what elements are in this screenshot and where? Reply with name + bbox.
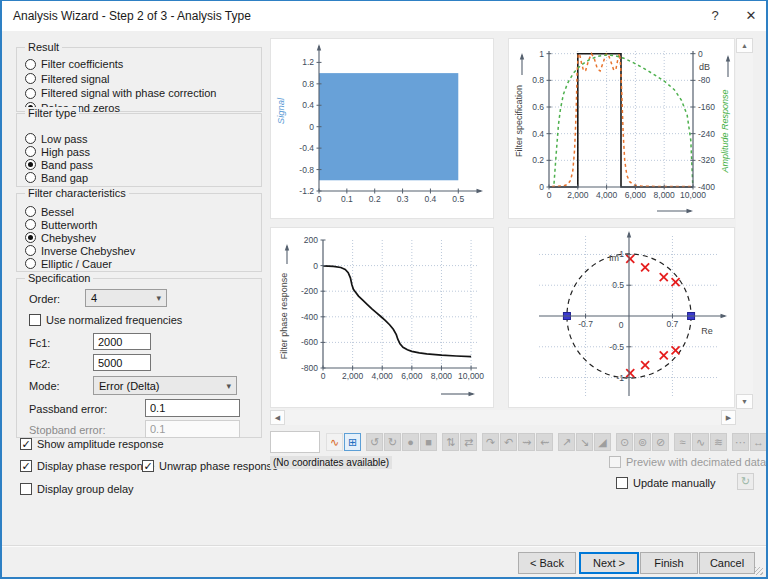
radio-label: Chebyshev (41, 232, 96, 244)
toolbar-input-box[interactable] (270, 431, 320, 453)
vertical-scrollbar[interactable]: ▲ ▼ (736, 38, 753, 409)
scroll-right-button[interactable]: ▶ (721, 410, 736, 425)
svg-text:0.8: 0.8 (532, 75, 544, 85)
fc1-input[interactable] (93, 333, 151, 350)
radio-band-gap[interactable]: Band gap (17, 171, 261, 184)
track-point-icon: ↘ (576, 433, 593, 451)
scroll-left-button[interactable]: ◀ (270, 410, 285, 425)
stopband-error-input (145, 420, 240, 438)
specification-group-label: Specification (25, 272, 93, 284)
radio-filtered-signal[interactable]: Filtered signal (17, 72, 261, 87)
svg-text:-1: -1 (616, 373, 624, 383)
radio-band-pass[interactable]: Band pass (17, 158, 261, 171)
display-phase-response-checkbox[interactable]: ✓ Display phase response (20, 460, 154, 472)
toolbar-group: ↗↘◢ (558, 433, 612, 451)
svg-text:-400: -400 (698, 182, 715, 192)
svg-text:Signal: Signal (275, 97, 286, 124)
svg-text:10,000: 10,000 (458, 371, 484, 381)
svg-text:0: 0 (317, 194, 322, 204)
phase-plot-panel: 02,0004,0006,0008,00010,0002000-200-400-… (270, 227, 494, 408)
fit-view-icon[interactable]: ⊞ (344, 433, 361, 451)
checkbox-label: Update manually (633, 477, 716, 489)
back-button[interactable]: < Back (518, 552, 576, 574)
svg-text:0.4: 0.4 (425, 194, 437, 204)
unwrap-phase-response-checkbox[interactable]: ✓ Unwrap phase response (142, 460, 278, 472)
fc2-input[interactable] (93, 354, 151, 371)
radio-filter-coefficients[interactable]: Filter coefficients (17, 57, 261, 72)
use-normalized-frequencies-checkbox[interactable]: Use normalized frequencies (29, 314, 182, 326)
fc2-label: Fc2: (29, 358, 50, 370)
show-amplitude-response-checkbox[interactable]: ✓ Show amplitude response (20, 438, 164, 450)
stopband-error-label: Stopband error: (29, 424, 105, 436)
svg-text:1: 1 (619, 249, 624, 259)
radio-high-pass[interactable]: High pass (17, 145, 261, 158)
radio-elliptic-cauer[interactable]: Elliptic / Cauer (17, 257, 261, 270)
plot-toolbar: ∿⊞↺↻●■⇅⇄↷↶⇝⇜↗↘◢⊙⊚⊘≈∿≋⋯↔→ (270, 430, 768, 453)
svg-text:0.7: 0.7 (667, 319, 679, 329)
curve-shift-up-icon: ↷ (482, 433, 499, 451)
zoom-out-icon: ⊘ (652, 433, 669, 451)
points-y-icon: ≋ (710, 433, 727, 451)
radio-butterworth[interactable]: Butterworth (17, 218, 261, 231)
checkbox-label: Show amplitude response (37, 438, 164, 450)
close-button[interactable]: ✕ (738, 4, 764, 28)
signal-plot: 00.10.20.30.40.51.20.80.40-0.4-0.8-1.2Si… (271, 39, 493, 218)
checkbox-label: Display phase response (37, 460, 154, 472)
coordinates-status: (No coordinates available) (270, 456, 392, 469)
svg-text:0: 0 (619, 320, 624, 330)
svg-text:-200: -200 (301, 286, 318, 296)
pole-zero-plot-panel: -0.70.710.5-0.5-1ImRe0 (508, 227, 735, 408)
filter-type-group-label: Filter type (25, 107, 79, 119)
zoom-in-icon: ⊚ (634, 433, 651, 451)
chevron-down-icon: ▾ (156, 293, 161, 303)
svg-text:-0.4: -0.4 (299, 143, 314, 153)
radio-filtered-signal-with-phase-correction[interactable]: Filtered signal with phase correction (17, 86, 261, 101)
cancel-button[interactable]: Cancel (699, 552, 755, 574)
svg-text:-0.8: -0.8 (299, 165, 314, 175)
resize-grip[interactable] (755, 567, 763, 575)
passband-error-input[interactable] (145, 399, 240, 417)
toolbar-group: ≈∿≋ (674, 433, 728, 451)
radio-circle (25, 73, 36, 84)
scroll-down-button[interactable]: ▼ (736, 394, 753, 409)
svg-text:1: 1 (539, 49, 544, 59)
phase-response-plot: 02,0004,0006,0008,00010,0002000-200-400-… (271, 228, 493, 407)
svg-text:-0.5: -0.5 (609, 342, 624, 352)
flip-vertical-icon: ⇅ (442, 433, 459, 451)
update-manually-checkbox[interactable]: Update manually (616, 477, 716, 489)
finish-button[interactable]: Finish (640, 552, 698, 574)
pole-zero-plot: -0.70.710.5-0.5-1ImRe0 (509, 228, 734, 407)
scroll-up-button[interactable]: ▲ (736, 38, 753, 53)
chevron-down-icon: ▾ (226, 381, 231, 391)
rotate-cw-icon: ↻ (384, 433, 401, 451)
next-button[interactable]: Next > (579, 552, 639, 574)
svg-text:-800: -800 (301, 363, 318, 373)
pick-point-icon: ↗ (558, 433, 575, 451)
radio-chebyshev[interactable]: Chebyshev (17, 231, 261, 244)
svg-text:0.4: 0.4 (532, 129, 544, 139)
radio-low-pass[interactable]: Low pass (17, 132, 261, 145)
svg-text:-160: -160 (698, 102, 715, 112)
svg-text:0.2: 0.2 (369, 194, 381, 204)
horizontal-scrollbar[interactable]: ◀ ▶ (270, 410, 736, 425)
display-group-delay-checkbox[interactable]: Display group delay (20, 483, 134, 495)
checkbox-box: ✓ (142, 460, 154, 472)
svg-text:0.2: 0.2 (532, 155, 544, 165)
signal-curve-icon[interactable]: ∿ (326, 433, 343, 451)
svg-text:-240: -240 (698, 129, 715, 139)
help-button[interactable]: ? (702, 4, 728, 28)
checkbox-label: Use normalized frequencies (46, 314, 182, 326)
radio-inverse-chebyshev[interactable]: Inverse Chebyshev (17, 244, 261, 257)
order-select[interactable]: 4 ▾ (85, 289, 167, 307)
footer-separator (2, 545, 768, 547)
mode-select[interactable]: Error (Delta) ▾ (93, 376, 237, 395)
toolbar-group: ⊙⊚⊘ (616, 433, 670, 451)
radio-bessel[interactable]: Bessel (17, 205, 261, 218)
checkbox-label: Unwrap phase response (159, 460, 278, 472)
toolbar-group: ↷↶⇝⇜ (482, 433, 554, 451)
radio-circle (25, 245, 36, 256)
fc1-label: Fc1: (29, 337, 50, 349)
filter-characteristics-group: Filter characteristics BesselButterworth… (16, 193, 262, 272)
toolbar-group: ∿⊞ (326, 433, 362, 451)
checkbox-box: ✓ (20, 438, 32, 450)
